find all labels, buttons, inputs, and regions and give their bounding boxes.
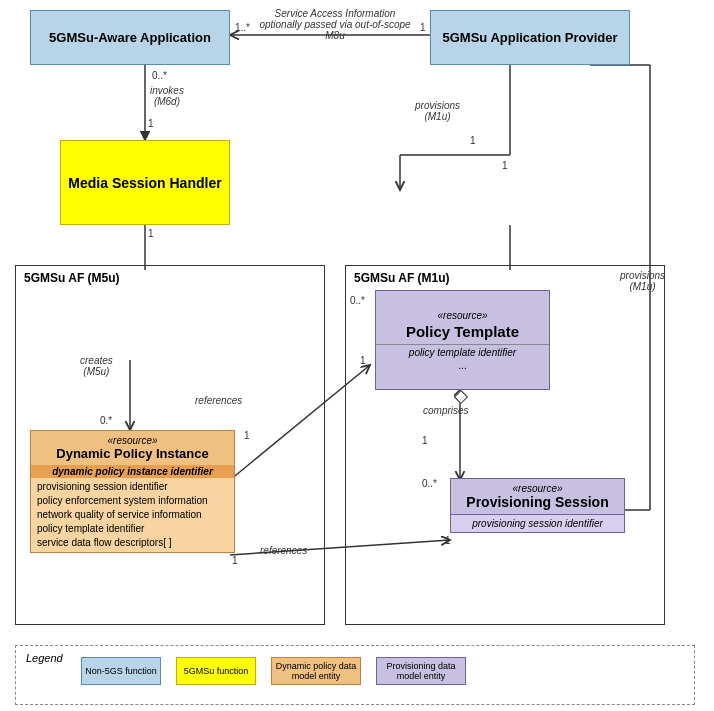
legend: Legend Non-5GS function 5GMSu function D… <box>15 645 695 705</box>
legend-item-5gmsu: 5GMSu function <box>176 657 256 685</box>
legend-box-5gmsu: 5GMSu function <box>176 657 256 685</box>
pt-attr: policy template identifier <box>409 347 516 358</box>
mult-1-ref-top: 1 <box>244 430 250 441</box>
ps-header: «resource» Provisioning Session <box>451 479 624 514</box>
mult-1-prov: 1 <box>470 135 476 146</box>
mult-1-right: 1 <box>420 22 426 33</box>
legend-box-provisioning: Provisioning data model entity <box>376 657 466 685</box>
policy-template: «resource» Policy Template policy templa… <box>375 290 550 390</box>
app-provider: 5GMSu Application Provider <box>430 10 630 65</box>
mult-1-msh-af: 1 <box>148 228 154 239</box>
legend-items: Non-5GS function 5GMSu function Dynamic … <box>81 657 684 685</box>
mult-1-invokes: 1 <box>148 118 154 129</box>
mult-1-comprises: 1 <box>422 435 428 446</box>
mult-1-ref-pt: 1 <box>360 355 366 366</box>
provisioning-session: «resource» Provisioning Session provisio… <box>450 478 625 533</box>
dpi-header: «resource» Dynamic Policy Instance <box>31 431 234 465</box>
mult-1star: 1..* <box>235 22 250 33</box>
service-access-annotation: Service Access Information optionally pa… <box>255 8 415 41</box>
ps-attr: provisioning session identifier <box>451 514 624 532</box>
ps-title: Provisioning Session <box>453 494 622 510</box>
mult-0star-creates: 0.* <box>100 415 112 426</box>
legend-item-provisioning: Provisioning data model entity <box>376 657 466 685</box>
dpi-title: Dynamic Policy Instance <box>33 446 232 461</box>
mult-1-ref-bot1: 1 <box>232 555 238 566</box>
legend-box-non5gs: Non-5GS function <box>81 657 161 685</box>
ps-stereotype: «resource» <box>453 483 622 494</box>
invokes-annotation: invokes(M6d) <box>150 85 184 107</box>
dpi-attr-2: policy enforcement system information <box>37 494 228 508</box>
mult-1-prov2: 1 <box>502 160 508 171</box>
legend-item-non5gs: Non-5GS function <box>81 657 161 685</box>
provisions-m1u-right: provisions(M1u) <box>620 270 665 292</box>
dpi-attr-3: network quality of service information <box>37 508 228 522</box>
legend-box-dynamic: Dynamic policy data model entity <box>271 657 361 685</box>
msh-label: Media Session Handler <box>62 173 227 193</box>
app-5gmsu-aware: 5GMSu-Aware Application <box>30 10 230 65</box>
mult-0star-app: 0..* <box>152 70 167 81</box>
mult-0star-comprises: 0..* <box>422 478 437 489</box>
media-session-handler: Media Session Handler <box>60 140 230 225</box>
pt-stereotype: «resource» <box>437 310 487 321</box>
dpi-attr-list: provisioning session identifier policy e… <box>31 478 234 552</box>
dpi-stereotype: «resource» <box>33 435 232 446</box>
references-bottom: references <box>260 545 307 556</box>
dpi-attr-1: provisioning session identifier <box>37 480 228 494</box>
provisions-m1u-top: provisions(M1u) <box>415 100 460 122</box>
pt-title: Policy Template <box>400 321 525 342</box>
mult-0star-pt: 0..* <box>350 295 365 306</box>
legend-label: Legend <box>26 652 63 664</box>
creates-annotation: creates(M5u) <box>80 355 113 377</box>
dpi-attr: dynamic policy instance identifier <box>31 465 234 478</box>
comprises-annotation: comprises <box>423 405 469 416</box>
app-5gmsu-label: 5GMSu-Aware Application <box>43 28 217 47</box>
af-m1u-label: 5GMSu AF (M1u) <box>354 271 450 285</box>
app-provider-label: 5GMSu Application Provider <box>436 28 623 47</box>
pt-extra: ... <box>458 360 466 371</box>
diagram-container: 5GMSu-Aware Application 5GMSu Applicatio… <box>0 0 714 711</box>
af-m5u-label: 5GMSu AF (M5u) <box>24 271 120 285</box>
dpi-attr-5: service data flow descriptors[ ] <box>37 536 228 550</box>
references-top: references <box>195 395 242 406</box>
mult-1-ref-bot2: 1 <box>445 535 451 546</box>
legend-item-dynamic: Dynamic policy data model entity <box>271 657 361 685</box>
dynamic-policy-instance: «resource» Dynamic Policy Instance dynam… <box>30 430 235 553</box>
dpi-attr-4: policy template identifier <box>37 522 228 536</box>
